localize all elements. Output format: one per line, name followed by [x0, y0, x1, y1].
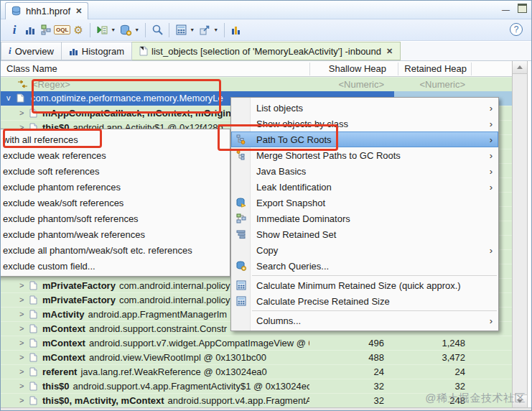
merge-paths-icon — [236, 150, 246, 160]
vertical-scrollbar[interactable] — [512, 61, 528, 407]
menu-item-list-objects[interactable]: List objects› — [231, 100, 498, 116]
shallow-heap-value: 24 — [309, 365, 392, 379]
tab-histogram[interactable]: Histogram — [62, 42, 132, 60]
menu-item-leak-identification[interactable]: Leak Identification› — [231, 179, 498, 195]
table-row[interactable]: > this$0android.support.v4.app.FragmentA… — [1, 379, 512, 393]
dominator-tree-button[interactable] — [38, 22, 54, 39]
close-tab-icon[interactable]: ✕ — [385, 47, 393, 56]
scroll-down-button[interactable] — [513, 394, 527, 407]
retained-heap-value: 248 — [392, 394, 467, 407]
calculator-icon — [176, 24, 187, 35]
immediate-dominators-icon — [236, 213, 246, 223]
tab-overview[interactable]: i Overview — [1, 42, 62, 60]
retained-set-icon — [236, 229, 246, 239]
horizontal-scrollbar[interactable] — [1, 407, 532, 411]
retained-filter-field[interactable]: <Numeric> — [392, 78, 467, 91]
histogram-button[interactable] — [22, 22, 38, 39]
export-button[interactable] — [197, 22, 213, 39]
submenu-arrow-icon: › — [484, 103, 493, 114]
dominator-tree-icon — [40, 24, 52, 36]
heap-dump-icon — [11, 6, 22, 17]
query-browser-button[interactable] — [118, 22, 134, 39]
histogram-icon — [69, 47, 78, 56]
calculator-icon — [236, 296, 246, 306]
search-button[interactable] — [149, 22, 165, 39]
tab-histogram-label: Histogram — [82, 46, 124, 57]
menu-item-exclude-soft[interactable]: exclude soft references — [0, 163, 230, 179]
export-dropdown-icon[interactable]: ▼ — [213, 27, 218, 32]
query-result-icon — [139, 46, 148, 56]
submenu-arrow-icon: › — [484, 315, 493, 326]
menu-item-copy[interactable]: Copy› — [231, 242, 498, 258]
menu-item-exclude-phantom[interactable]: exclude phantom references — [0, 179, 230, 195]
query-browser-dropdown-icon[interactable]: ▼ — [134, 27, 139, 32]
menu-item-show-retained-set[interactable]: Show Retained Set — [231, 226, 498, 242]
main-toolbar: i OQL ⚙ ▼ ▼ ▼ ▼ — [1, 19, 532, 41]
table-row[interactable]: > this$0, mActivity, mContextandroid.sup… — [1, 393, 512, 407]
table-row[interactable]: > mContextandroid.support.v7.widget.AppC… — [1, 336, 512, 350]
table-row[interactable]: > mContextandroid.view.ViewRootImpl @ 0x… — [1, 350, 512, 364]
column-divider — [471, 63, 472, 75]
regex-filter-field[interactable]: <Regex> — [32, 78, 70, 91]
submenu-arrow-icon: › — [484, 182, 493, 193]
filter-row[interactable]: <Regex> <Numeric> <Numeric> — [1, 77, 512, 91]
menu-item-with-all-references[interactable]: with all references — [0, 131, 230, 147]
maximize-button[interactable] — [518, 4, 527, 13]
overview-info-button[interactable]: i — [6, 22, 22, 39]
menu-item-exclude-all[interactable]: exclude all phantom/weak/soft etc. refer… — [0, 242, 230, 258]
tab-list-objects[interactable]: list_objects [selection of 'MemoryLeakAc… — [132, 42, 401, 60]
menu-item-calc-minimum-retained[interactable]: Calculate Minimum Retained Size (quick a… — [231, 277, 498, 293]
search-queries-icon — [236, 261, 246, 271]
menu-item-show-objects-by-class[interactable]: Show objects by class› — [231, 116, 498, 131]
scroll-down-icon — [517, 400, 523, 403]
menu-item-path-to-gc-roots[interactable]: Path To GC Roots› — [231, 131, 498, 147]
submenu-arrow-icon: › — [484, 119, 493, 129]
menu-item-exclude-weak[interactable]: exclude weak references — [0, 147, 230, 163]
menu-item-merge-shortest-paths[interactable]: Merge Shortest Paths to GC Roots› — [231, 147, 498, 163]
oql-button[interactable]: OQL — [54, 22, 70, 39]
menu-item-exclude-custom-field[interactable]: exclude custom field... — [0, 258, 230, 274]
shallow-heap-value: 32 — [309, 394, 392, 407]
retained-heap-value: 32 — [392, 379, 467, 393]
table-header: Class Name Shallow Heap Retained Heap — [1, 61, 512, 77]
menu-item-columns[interactable]: Columns...› — [231, 313, 498, 328]
menu-separator — [252, 310, 497, 311]
menu-separator — [252, 275, 497, 276]
row-label: mContextandroid.support.v7.widget.AppCom… — [1, 336, 309, 350]
row-label: mContextandroid.view.ViewRootImpl @ 0x13… — [1, 351, 309, 364]
export-icon — [199, 24, 210, 36]
menu-item-java-basics[interactable]: Java Basics› — [231, 163, 498, 179]
editor-tab-title: hhh1.hprof — [26, 6, 70, 17]
scroll-up-button[interactable] — [513, 61, 527, 74]
run-report-icon — [96, 24, 108, 36]
menu-item-export-snapshot[interactable]: Export Snapshot — [231, 195, 498, 211]
minimize-button[interactable]: — — [501, 4, 510, 13]
column-divider — [309, 63, 310, 75]
calculate-dropdown-icon[interactable]: ▼ — [190, 27, 195, 32]
editor-tab-hhh1-hprof[interactable]: hhh1.hprof ✕ — [5, 2, 88, 19]
gear-icon: ⚙ — [74, 24, 83, 37]
row-label: this$0, mActivity, mContextandroid.suppo… — [1, 394, 309, 407]
column-class-name[interactable]: Class Name — [6, 61, 57, 76]
menu-item-immediate-dominators[interactable]: Immediate Dominators — [231, 211, 498, 226]
calculate-retained-size-button[interactable] — [173, 22, 189, 39]
compare-button[interactable] — [228, 22, 244, 39]
menu-item-exclude-phantom-weak[interactable]: exclude phantom/weak references — [0, 226, 230, 242]
menu-item-exclude-weak-soft[interactable]: exclude weak/soft references — [0, 195, 230, 211]
filter-icon — [18, 80, 27, 89]
retained-heap-value: 3,472 — [392, 351, 467, 364]
close-tab-icon[interactable]: ✕ — [74, 6, 82, 16]
menu-item-search-queries[interactable]: Search Queries... — [231, 258, 498, 274]
shallow-filter-field[interactable]: <Numeric> — [309, 78, 392, 91]
settings-button[interactable]: ⚙ — [70, 22, 86, 39]
column-retained-heap[interactable]: Retained Heap — [396, 61, 468, 76]
menu-item-calc-precise-retained[interactable]: Calculate Precise Retained Size — [231, 293, 498, 309]
run-expert-test-button[interactable] — [94, 22, 110, 39]
export-snapshot-icon — [236, 198, 246, 208]
menu-item-exclude-phantom-soft[interactable]: exclude phantom/soft references — [0, 211, 230, 226]
column-shallow-heap[interactable]: Shallow Heap — [309, 61, 392, 76]
table-row[interactable]: > referentjava.lang.ref.WeakReference @ … — [1, 364, 512, 379]
help-button[interactable]: ? — [510, 23, 523, 36]
run-report-dropdown-icon[interactable]: ▼ — [111, 27, 116, 32]
row-label: this$0android.support.v4.app.FragmentAct… — [1, 379, 309, 393]
